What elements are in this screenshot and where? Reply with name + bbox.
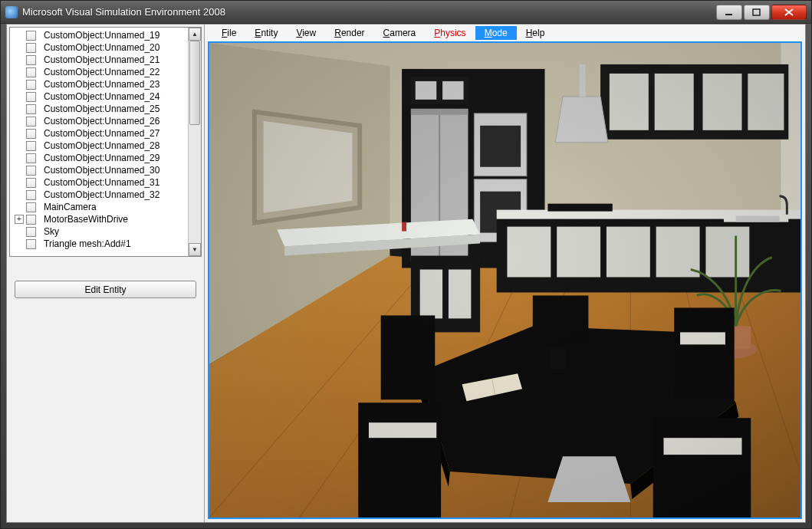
- menu-camera[interactable]: Camera: [374, 26, 426, 40]
- menubar: FileEntityViewRenderCameraPhysicsModeHel…: [205, 25, 805, 41]
- tree-checkbox[interactable]: [26, 190, 36, 200]
- tree-checkbox[interactable]: [26, 55, 36, 65]
- tree-item[interactable]: CustomObject:Unnamed_30: [10, 164, 188, 176]
- menu-view[interactable]: View: [287, 26, 325, 40]
- close-icon: [784, 8, 794, 16]
- tree-item[interactable]: CustomObject:Unnamed_26: [10, 115, 188, 127]
- tree-checkbox[interactable]: [26, 104, 36, 114]
- scroll-up-button[interactable]: ▲: [189, 28, 201, 41]
- tree-checkbox[interactable]: [26, 31, 36, 41]
- tree-checkbox[interactable]: [26, 67, 36, 77]
- expand-placeholder: [15, 178, 24, 187]
- expand-placeholder: [15, 190, 24, 199]
- tree-item[interactable]: CustomObject:Unnamed_25: [10, 103, 188, 115]
- tree-item[interactable]: +MotorBaseWithDrive: [10, 213, 188, 225]
- expand-placeholder: [15, 202, 24, 212]
- window-title: Microsoft Visual Simulation Environment …: [22, 6, 225, 18]
- tree-checkbox[interactable]: [26, 141, 36, 151]
- scroll-down-button[interactable]: ▼: [189, 243, 201, 256]
- svg-rect-67: [209, 43, 800, 518]
- expand-placeholder: [15, 92, 24, 101]
- tree-checkbox[interactable]: [26, 129, 36, 139]
- tree-checkbox[interactable]: [26, 215, 36, 225]
- tree-item[interactable]: CustomObject:Unnamed_23: [10, 78, 188, 90]
- button-row: Edit Entity: [7, 259, 204, 320]
- tree-item-label: CustomObject:Unnamed_32: [44, 189, 159, 200]
- minimize-icon: [725, 8, 734, 16]
- expand-placeholder: [15, 43, 24, 52]
- tree-checkbox[interactable]: [26, 202, 36, 212]
- menu-physics[interactable]: Physics: [425, 26, 475, 40]
- tree-item[interactable]: CustomObject:Unnamed_24: [10, 90, 188, 103]
- svg-rect-0: [725, 14, 732, 15]
- tree-item[interactable]: CustomObject:Unnamed_20: [10, 41, 188, 54]
- tree-item[interactable]: Triangle mesh:Add#1: [10, 238, 188, 250]
- tree-item-label: CustomObject:Unnamed_20: [44, 42, 159, 53]
- tree-item-label: CustomObject:Unnamed_26: [44, 116, 159, 127]
- tree-item-label: CustomObject:Unnamed_21: [44, 54, 159, 65]
- menu-mode[interactable]: Mode: [475, 26, 517, 40]
- tree-checkbox[interactable]: [26, 153, 36, 163]
- tree-item[interactable]: CustomObject:Unnamed_28: [10, 140, 188, 152]
- window-frame: Microsoft Visual Simulation Environment …: [0, 0, 812, 529]
- expand-placeholder: [15, 80, 24, 89]
- tree-item-label: CustomObject:Unnamed_31: [44, 177, 159, 188]
- expand-placeholder: [15, 129, 24, 138]
- entity-tree-scroll[interactable]: CustomObject:Unnamed_19CustomObject:Unna…: [10, 28, 188, 256]
- expand-placeholder: [15, 166, 24, 175]
- tree-item-label: CustomObject:Unnamed_28: [44, 140, 159, 151]
- svg-rect-1: [753, 9, 760, 15]
- scroll-track[interactable]: [189, 41, 201, 243]
- tree-item-label: MainCamera: [44, 202, 97, 212]
- tree-item[interactable]: CustomObject:Unnamed_32: [10, 189, 188, 201]
- tree-checkbox[interactable]: [26, 80, 36, 90]
- scene-render: [209, 43, 800, 518]
- entity-tree-container: CustomObject:Unnamed_19CustomObject:Unna…: [9, 27, 202, 257]
- entity-tree: CustomObject:Unnamed_19CustomObject:Unna…: [10, 28, 188, 251]
- maximize-icon: [752, 8, 761, 16]
- menu-help[interactable]: Help: [517, 26, 554, 40]
- tree-checkbox[interactable]: [26, 178, 36, 188]
- tree-item-label: Sky: [44, 226, 59, 237]
- tree-item[interactable]: CustomObject:Unnamed_21: [10, 54, 188, 66]
- menu-render[interactable]: Render: [325, 26, 373, 40]
- titlebar[interactable]: Microsoft Visual Simulation Environment …: [1, 1, 811, 24]
- tree-item[interactable]: CustomObject:Unnamed_31: [10, 176, 188, 189]
- client-area: CustomObject:Unnamed_19CustomObject:Unna…: [6, 24, 806, 523]
- tree-checkbox[interactable]: [26, 166, 36, 176]
- minimize-button[interactable]: [716, 5, 742, 20]
- tree-item[interactable]: CustomObject:Unnamed_27: [10, 127, 188, 140]
- tree-checkbox[interactable]: [26, 227, 36, 237]
- tree-item[interactable]: CustomObject:Unnamed_29: [10, 152, 188, 164]
- tree-item-label: CustomObject:Unnamed_25: [44, 104, 159, 114]
- tree-item-label: CustomObject:Unnamed_23: [44, 79, 159, 90]
- menu-file[interactable]: File: [212, 26, 245, 40]
- tree-checkbox[interactable]: [26, 92, 36, 102]
- left-panel: CustomObject:Unnamed_19CustomObject:Unna…: [7, 25, 205, 522]
- menu-entity[interactable]: Entity: [245, 26, 287, 40]
- tree-item-label: CustomObject:Unnamed_22: [44, 67, 159, 77]
- close-button[interactable]: [771, 5, 807, 20]
- tree-item-label: Triangle mesh:Add#1: [44, 238, 131, 249]
- tree-item[interactable]: CustomObject:Unnamed_22: [10, 66, 188, 78]
- expand-placeholder: [15, 141, 24, 150]
- tree-item-label: MotorBaseWithDrive: [44, 214, 128, 225]
- tree-item[interactable]: Sky: [10, 225, 188, 238]
- tree-checkbox[interactable]: [26, 43, 36, 53]
- viewport[interactable]: [208, 41, 802, 519]
- tree-item-label: CustomObject:Unnamed_24: [44, 91, 159, 102]
- expand-placeholder: [15, 239, 24, 248]
- tree-checkbox[interactable]: [26, 239, 36, 249]
- tree-checkbox[interactable]: [26, 117, 36, 127]
- tree-item[interactable]: CustomObject:Unnamed_19: [10, 29, 188, 41]
- tree-item-label: CustomObject:Unnamed_29: [44, 153, 159, 163]
- expand-placeholder: [15, 104, 24, 113]
- expand-icon[interactable]: +: [15, 215, 24, 224]
- tree-item-label: CustomObject:Unnamed_19: [44, 30, 159, 41]
- tree-item[interactable]: MainCamera: [10, 201, 188, 213]
- scroll-thumb[interactable]: [189, 41, 200, 125]
- app-icon: [5, 6, 18, 18]
- vertical-scrollbar[interactable]: ▲ ▼: [188, 28, 201, 256]
- maximize-button[interactable]: [744, 5, 770, 20]
- edit-entity-button[interactable]: Edit Entity: [15, 281, 196, 298]
